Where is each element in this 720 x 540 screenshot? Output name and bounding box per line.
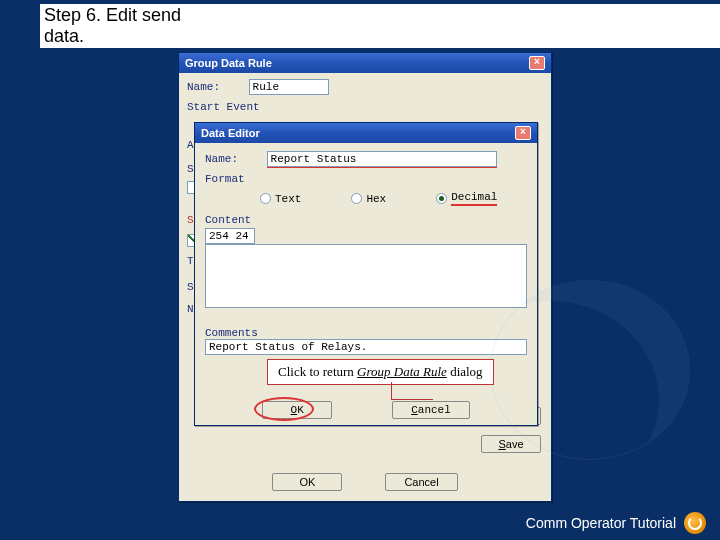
back-ok-button[interactable]: OK bbox=[272, 473, 342, 491]
logo-icon bbox=[684, 512, 706, 534]
data-editor-titlebar[interactable]: Data Editor × bbox=[195, 123, 537, 143]
content-textarea[interactable] bbox=[205, 244, 527, 308]
step-heading: Step 6. Edit send data. bbox=[40, 4, 720, 48]
callout-tip: Click to return Group Data Rule dialog bbox=[267, 359, 494, 385]
group-data-rule-title: Group Data Rule bbox=[185, 57, 272, 69]
content-label: Content bbox=[205, 214, 527, 226]
back-cancel-button[interactable]: Cancel bbox=[385, 473, 457, 491]
editor-name-label: Name: bbox=[205, 153, 260, 165]
name-label: Name: bbox=[187, 81, 242, 93]
data-editor-title: Data Editor bbox=[201, 127, 260, 139]
comments-input[interactable] bbox=[205, 339, 527, 355]
data-editor-dialog: Data Editor × Name: Format Text Hex Deci… bbox=[194, 122, 538, 426]
rule-name-input[interactable] bbox=[249, 79, 329, 95]
editor-name-input[interactable] bbox=[267, 151, 497, 167]
editor-ok-button[interactable]: OK bbox=[262, 401, 332, 419]
format-label: Format bbox=[205, 173, 260, 185]
editor-cancel-button[interactable]: Cancel bbox=[392, 401, 470, 419]
save-button[interactable]: Save bbox=[481, 435, 541, 453]
comments-label: Comments bbox=[205, 327, 527, 339]
close-icon[interactable]: × bbox=[529, 56, 545, 70]
footer-text: Comm Operator Tutorial bbox=[526, 515, 676, 531]
group-data-rule-titlebar[interactable]: Group Data Rule × bbox=[179, 53, 551, 73]
footer: Comm Operator Tutorial bbox=[526, 512, 706, 534]
callout-pointer bbox=[391, 382, 433, 400]
content-value[interactable]: 254 24 bbox=[205, 228, 255, 244]
close-icon[interactable]: × bbox=[515, 126, 531, 140]
format-hex-radio[interactable]: Hex bbox=[351, 193, 386, 205]
format-decimal-radio[interactable]: Decimal bbox=[436, 191, 497, 206]
format-text-radio[interactable]: Text bbox=[260, 193, 301, 205]
start-event-label: Start Event bbox=[187, 101, 543, 113]
